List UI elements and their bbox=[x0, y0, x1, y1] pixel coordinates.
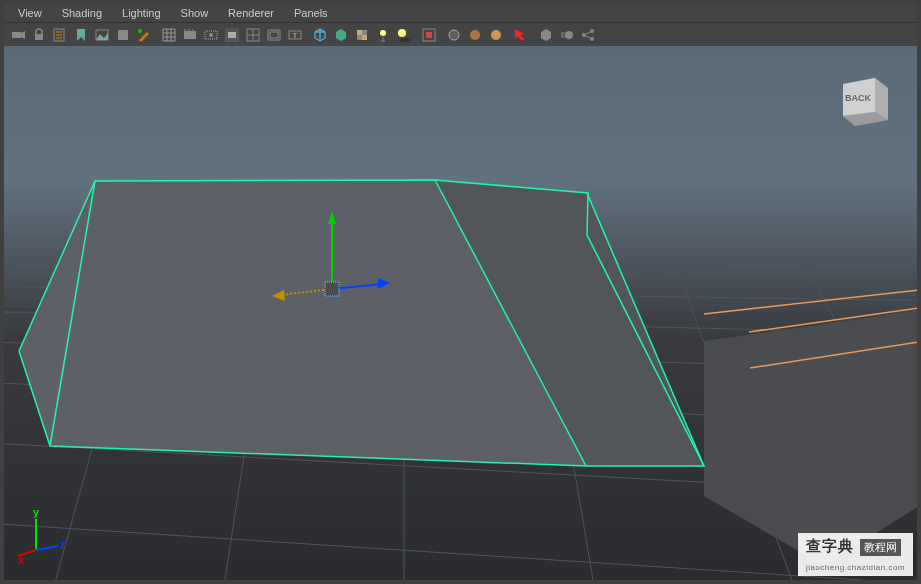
svg-rect-28 bbox=[357, 30, 362, 35]
menu-view[interactable]: View bbox=[8, 5, 52, 21]
menu-renderer[interactable]: Renderer bbox=[218, 5, 284, 21]
watermark-url: jiaocheng.chazidian.com bbox=[806, 563, 905, 572]
svg-point-32 bbox=[400, 38, 410, 42]
selection-highlight-icon[interactable] bbox=[511, 25, 531, 45]
svg-point-40 bbox=[565, 31, 573, 39]
svg-marker-1 bbox=[21, 31, 25, 39]
svg-text:T: T bbox=[293, 31, 298, 40]
viewport[interactable]: BACK y x z 查字典 教程网 jiaocheng.chazidian.c… bbox=[4, 46, 917, 580]
shadows-icon[interactable] bbox=[394, 25, 414, 45]
svg-marker-72 bbox=[378, 278, 390, 289]
svg-marker-39 bbox=[515, 29, 524, 41]
xray-active-icon[interactable] bbox=[486, 25, 506, 45]
grease-pencil-icon[interactable] bbox=[134, 25, 154, 45]
safe-action-icon[interactable] bbox=[264, 25, 284, 45]
menu-show[interactable]: Show bbox=[171, 5, 219, 21]
safe-title-icon[interactable]: T bbox=[285, 25, 305, 45]
svg-point-42 bbox=[590, 29, 594, 33]
svg-rect-10 bbox=[118, 30, 128, 40]
resolution-gate-icon[interactable] bbox=[201, 25, 221, 45]
textured-icon[interactable] bbox=[352, 25, 372, 45]
svg-text:z: z bbox=[60, 538, 66, 550]
svg-rect-34 bbox=[426, 32, 432, 38]
watermark-tag: 教程网 bbox=[860, 539, 901, 556]
manipulator-gizmo[interactable] bbox=[4, 46, 917, 580]
lock-camera-icon[interactable] bbox=[29, 25, 49, 45]
gate-mask-icon[interactable] bbox=[222, 25, 242, 45]
svg-point-41 bbox=[582, 33, 586, 37]
svg-rect-14 bbox=[188, 29, 190, 31]
watermark: 查字典 教程网 jiaocheng.chazidian.com bbox=[798, 533, 913, 576]
camera-attributes-icon[interactable] bbox=[50, 25, 70, 45]
svg-text:y: y bbox=[33, 506, 40, 518]
axis-indicator: y x z bbox=[16, 504, 76, 568]
svg-line-82 bbox=[36, 546, 58, 550]
svg-rect-12 bbox=[184, 31, 196, 39]
isolate-select-icon[interactable] bbox=[419, 25, 439, 45]
svg-rect-0 bbox=[12, 32, 21, 38]
svg-point-30 bbox=[380, 30, 386, 36]
svg-point-38 bbox=[491, 30, 501, 40]
svg-point-17 bbox=[209, 33, 213, 37]
film-gate-icon[interactable] bbox=[180, 25, 200, 45]
use-all-lights-icon[interactable] bbox=[373, 25, 393, 45]
svg-marker-74 bbox=[272, 290, 285, 301]
svg-rect-19 bbox=[228, 32, 236, 38]
motion-blur-icon[interactable] bbox=[557, 25, 577, 45]
svg-point-11 bbox=[138, 29, 142, 33]
2d-plane-icon[interactable] bbox=[113, 25, 133, 45]
bookmarks-icon[interactable] bbox=[71, 25, 91, 45]
watermark-text: 查字典 bbox=[806, 537, 854, 554]
menu-lighting[interactable]: Lighting bbox=[112, 5, 171, 21]
panel-toolbar: T bbox=[4, 22, 917, 46]
svg-rect-75 bbox=[325, 282, 339, 296]
field-chart-icon[interactable] bbox=[243, 25, 263, 45]
svg-rect-29 bbox=[362, 35, 367, 40]
svg-rect-2 bbox=[35, 34, 43, 40]
select-camera-icon[interactable] bbox=[8, 25, 28, 45]
svg-point-31 bbox=[398, 29, 406, 37]
xray-joints-icon[interactable] bbox=[465, 25, 485, 45]
svg-line-73 bbox=[279, 289, 332, 295]
xray-icon[interactable] bbox=[444, 25, 464, 45]
svg-marker-9 bbox=[96, 33, 108, 40]
svg-marker-70 bbox=[328, 211, 336, 224]
grid-icon[interactable] bbox=[159, 25, 179, 45]
viewport-renderer-icon[interactable] bbox=[536, 25, 556, 45]
wireframe-icon[interactable] bbox=[310, 25, 330, 45]
svg-point-43 bbox=[590, 37, 594, 41]
smooth-shade-icon[interactable] bbox=[331, 25, 351, 45]
menu-panels[interactable]: Panels bbox=[284, 5, 338, 21]
menu-shading[interactable]: Shading bbox=[52, 5, 112, 21]
maya-panel: View Shading Lighting Show Renderer Pane… bbox=[0, 0, 921, 584]
svg-rect-24 bbox=[270, 32, 278, 38]
viewcube[interactable]: BACK bbox=[833, 70, 893, 130]
svg-rect-15 bbox=[192, 29, 194, 31]
svg-point-37 bbox=[470, 30, 480, 40]
svg-marker-7 bbox=[77, 29, 85, 41]
panel-menubar: View Shading Lighting Show Renderer Pane… bbox=[4, 4, 917, 22]
svg-text:x: x bbox=[18, 554, 25, 564]
image-plane-icon[interactable] bbox=[92, 25, 112, 45]
svg-rect-13 bbox=[184, 29, 186, 31]
share-icon[interactable] bbox=[578, 25, 598, 45]
viewcube-face-label: BACK bbox=[845, 93, 871, 103]
